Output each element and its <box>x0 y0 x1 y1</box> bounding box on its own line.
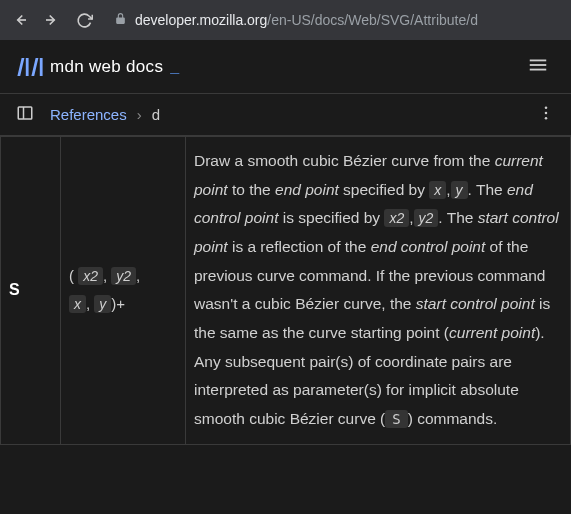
logo-text: mdn web docs <box>50 57 163 77</box>
table-row: S ( x2, y2, x, y)+ Draw a smooth cubic B… <box>1 137 571 445</box>
param-y2: y2 <box>111 267 136 285</box>
reload-icon <box>76 12 93 29</box>
svg-point-7 <box>545 106 548 109</box>
breadcrumb-bar: References › d <box>0 94 571 136</box>
svg-rect-5 <box>18 107 32 119</box>
svg-point-9 <box>545 116 548 119</box>
menu-button[interactable] <box>521 48 555 86</box>
lock-icon <box>114 12 127 28</box>
logo-cursor: _ <box>170 58 179 76</box>
param-x2: x2 <box>78 267 103 285</box>
breadcrumb-current: d <box>152 106 160 123</box>
command-table: S ( x2, y2, x, y)+ Draw a smooth cubic B… <box>0 136 571 445</box>
command-cell: S <box>1 137 61 445</box>
more-vertical-icon <box>537 104 555 122</box>
address-bar[interactable]: developer.mozilla.org/en-US/docs/Web/SVG… <box>106 12 561 28</box>
breadcrumb-separator: › <box>137 106 142 123</box>
parameters-cell: ( x2, y2, x, y)+ <box>61 137 186 445</box>
back-button[interactable] <box>10 10 30 30</box>
mdn-logo-icon <box>16 56 44 78</box>
breadcrumb-parent-link[interactable]: References <box>50 106 127 123</box>
arrow-left-icon <box>11 11 29 29</box>
hamburger-icon <box>527 54 549 76</box>
more-menu-button[interactable] <box>533 100 559 130</box>
svg-point-8 <box>545 111 548 114</box>
description-cell: Draw a smooth cubic Bézier curve from th… <box>186 137 571 445</box>
arrow-right-icon <box>43 11 61 29</box>
param-y: y <box>94 295 111 313</box>
site-header: mdn web docs _ <box>0 40 571 94</box>
breadcrumb: References › d <box>50 106 160 123</box>
sidebar-icon <box>16 104 34 122</box>
browser-toolbar: developer.mozilla.org/en-US/docs/Web/SVG… <box>0 0 571 40</box>
forward-button[interactable] <box>42 10 62 30</box>
logo[interactable]: mdn web docs _ <box>16 56 179 78</box>
param-x: x <box>69 295 86 313</box>
reload-button[interactable] <box>74 10 94 30</box>
url-text: developer.mozilla.org/en-US/docs/Web/SVG… <box>135 12 478 28</box>
sidebar-toggle-button[interactable] <box>12 100 38 130</box>
